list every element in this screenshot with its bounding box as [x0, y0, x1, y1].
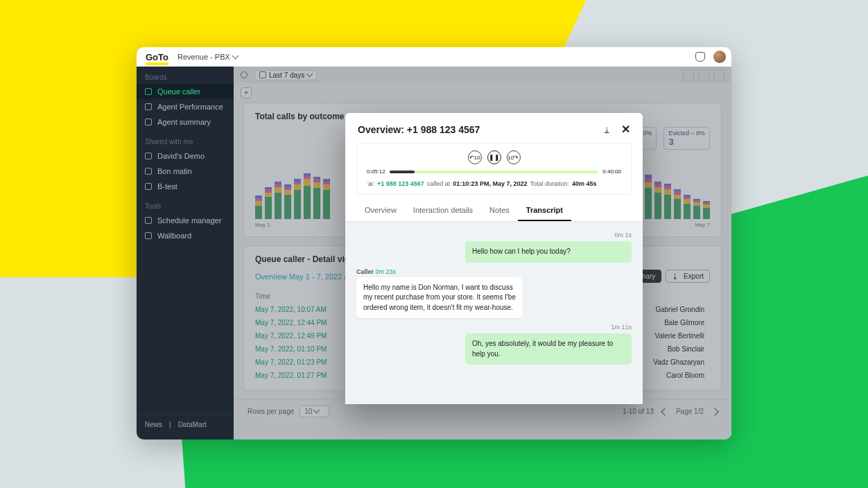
sidebar-section-tools: Tools	[137, 201, 234, 213]
caller-message: Hello my name is Don Norman, I want to d…	[356, 277, 523, 319]
modal-title: Overview: +1 988 123 4567	[358, 124, 480, 135]
goto-logo: GoTo	[142, 51, 172, 64]
agent-message: Oh, yes absolutely, it would be my pleas…	[465, 333, 632, 365]
sidebar-item-schedule-manager[interactable]: Schedule manager	[137, 213, 234, 228]
avatar[interactable]	[713, 51, 726, 63]
forward-10-button[interactable]: 10↷	[507, 150, 521, 164]
sidebar-section-shared: Shared with me	[137, 137, 234, 148]
sidebar-section-boards: Boards	[137, 72, 234, 84]
sidebar-footer: News | DataMart	[137, 415, 234, 434]
tab-interaction-details[interactable]: Interaction details	[405, 200, 481, 221]
sidebar-item-b-test[interactable]: B-test	[137, 179, 234, 194]
sidebar-item-wallboard[interactable]: Wallboard	[137, 228, 234, 243]
agent-message: Hello how can I help you today?	[465, 241, 632, 263]
datamart-link[interactable]: DataMart	[178, 421, 207, 428]
phone-outgoing-icon: ☏	[367, 180, 374, 187]
sidebar-item-davids-demo[interactable]: David's Demo	[137, 148, 234, 164]
chevron-down-icon	[233, 53, 238, 61]
rewind-10-button[interactable]: ↶10	[468, 150, 482, 164]
sidebar: Boards Queue caller Agent Performance Ag…	[137, 67, 234, 439]
app-window: GoTo Revenue - PBX Boards Queue caller A…	[137, 47, 731, 439]
sidebar-item-bon-matin[interactable]: Bon matin	[137, 164, 234, 179]
play-pause-button[interactable]: ❚❚	[487, 150, 501, 164]
tab-overview[interactable]: Overview	[356, 200, 405, 221]
caller-number: +1 988 123 4567	[377, 180, 424, 187]
tab-notes[interactable]: Notes	[481, 200, 518, 221]
seek-bar[interactable]	[390, 171, 599, 173]
workspace-label: Revenue - PBX	[177, 53, 230, 61]
sidebar-item-agent-performance[interactable]: Agent Performance	[137, 99, 234, 114]
tab-transcript[interactable]: Transcript	[518, 200, 571, 221]
workspace-picker[interactable]: Revenue - PBX	[177, 53, 238, 61]
close-icon[interactable]: ✕	[621, 123, 630, 136]
call-overview-modal: Overview: +1 988 123 4567 ✕ ↶10 ❚❚ 10↷ 0…	[345, 113, 643, 404]
download-icon[interactable]	[605, 123, 614, 132]
transcript-pane[interactable]: 0m 1sHello how can I help you today?Call…	[345, 222, 643, 404]
audio-player: ↶10 ❚❚ 10↷ 0:05:12 0:40:00 ☏ +1 988 123 …	[356, 143, 632, 195]
bell-icon[interactable]	[695, 52, 705, 62]
sidebar-item-queue-caller[interactable]: Queue caller	[137, 84, 234, 99]
news-link[interactable]: News	[145, 421, 162, 428]
sidebar-item-agent-summary[interactable]: Agent summary	[137, 114, 234, 130]
topbar: GoTo Revenue - PBX	[137, 47, 731, 67]
modal-tabs: Overview Interaction details Notes Trans…	[345, 200, 643, 222]
